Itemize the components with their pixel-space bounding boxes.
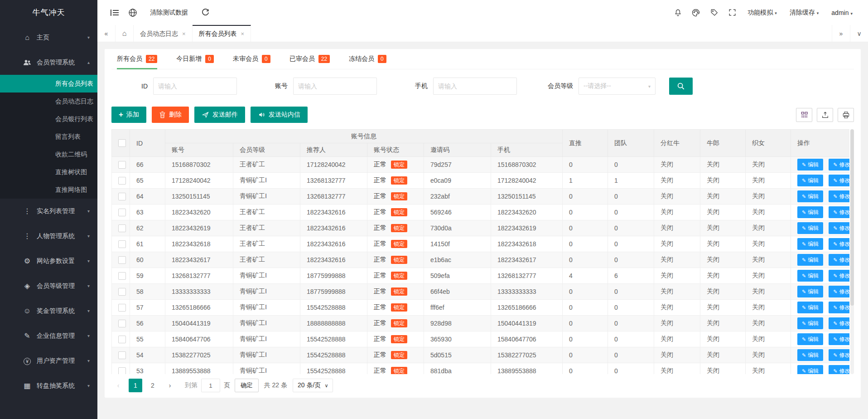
tabs-menu-icon[interactable]: ∨	[850, 25, 868, 42]
lock-badge[interactable]: 锁定	[391, 335, 407, 343]
row-checkbox[interactable]	[118, 240, 126, 248]
lock-badge[interactable]: 锁定	[391, 208, 407, 216]
edit-button[interactable]: ✎编辑	[797, 286, 823, 297]
row-checkbox[interactable]	[118, 320, 126, 327]
lock-badge[interactable]: 锁定	[391, 367, 407, 374]
sidebar-item-member-banks[interactable]: 会员银行列表	[0, 110, 97, 128]
lock-badge[interactable]: 锁定	[391, 319, 407, 327]
row-checkbox[interactable]	[118, 209, 126, 216]
close-icon[interactable]: ×	[241, 30, 245, 37]
phone-input[interactable]	[433, 78, 517, 95]
change-level-button[interactable]: ✎修改等级	[829, 222, 849, 234]
send-mail-button[interactable]: 发送邮件	[194, 107, 245, 123]
change-level-button[interactable]: ✎修改等级	[829, 238, 849, 250]
tab-all-members[interactable]: 所有会员列表 ×	[193, 25, 251, 42]
change-level-button[interactable]: ✎修改等级	[829, 317, 849, 329]
sidebar-item-member-levels[interactable]: ◈ 会员等级管理 ▾	[0, 273, 97, 298]
close-icon[interactable]: ×	[182, 30, 186, 37]
delete-button[interactable]: 删除	[152, 107, 189, 123]
edit-button[interactable]: ✎编辑	[797, 302, 823, 313]
sidebar-item-referral-network[interactable]: 直推网络图	[0, 181, 97, 199]
search-button[interactable]	[669, 78, 693, 95]
edit-button[interactable]: ✎编辑	[797, 190, 823, 202]
change-level-button[interactable]: ✎修改等级	[829, 302, 849, 313]
send-message-button[interactable]: 发送站内信	[251, 107, 308, 123]
edit-button[interactable]: ✎编辑	[797, 206, 823, 218]
row-checkbox[interactable]	[118, 177, 126, 185]
row-checkbox[interactable]	[118, 336, 126, 343]
edit-button[interactable]: ✎编辑	[797, 254, 823, 266]
sidebar-item-realname-list[interactable]: ⋮ 实名列表管理 ▾	[0, 199, 97, 224]
print-button[interactable]	[838, 108, 854, 122]
lock-badge[interactable]: 锁定	[391, 287, 407, 296]
row-checkbox[interactable]	[118, 288, 126, 296]
lock-badge[interactable]: 锁定	[391, 240, 407, 248]
sidebar-item-user-assets[interactable]: ¥ 用户资产管理 ▾	[0, 348, 97, 373]
sidebar-item-site-settings[interactable]: ⚙ 网站参数设置 ▾	[0, 248, 97, 273]
change-level-button[interactable]: ✎修改等级	[829, 254, 849, 266]
fullscreen-icon[interactable]	[723, 0, 741, 25]
lock-badge[interactable]: 锁定	[391, 351, 407, 359]
change-level-button[interactable]: ✎修改等级	[829, 286, 849, 297]
clear-cache-dropdown[interactable]: 清除缓存▾	[783, 9, 825, 17]
tabs-scroll-right-icon[interactable]: »	[832, 25, 850, 42]
function-sim-dropdown[interactable]: 功能模拟▾	[741, 9, 783, 17]
lock-badge[interactable]: 锁定	[391, 192, 407, 200]
refresh-icon[interactable]	[196, 0, 214, 25]
account-input[interactable]	[293, 78, 377, 95]
change-level-button[interactable]: ✎修改等级	[829, 349, 849, 361]
tab-member-logs[interactable]: 会员动态日志 ×	[134, 25, 193, 42]
sidebar-item-payment-qrcode[interactable]: 收款二维码	[0, 146, 97, 163]
edit-button[interactable]: ✎编辑	[797, 317, 823, 329]
export-button[interactable]	[817, 108, 833, 122]
lock-badge[interactable]: 锁定	[391, 256, 407, 264]
lock-badge[interactable]: 锁定	[391, 224, 407, 232]
filter-tab[interactable]: 今日新增 0	[176, 49, 214, 69]
sidebar-item-company-info[interactable]: ✎ 企业信息管理 ▾	[0, 323, 97, 348]
edit-button[interactable]: ✎编辑	[797, 159, 823, 171]
prev-page-icon[interactable]: ‹	[111, 379, 125, 392]
sidebar-item-people-management[interactable]: ⋮ 人物管理系统 ▾	[0, 224, 97, 248]
row-checkbox[interactable]	[118, 304, 126, 312]
change-level-button[interactable]: ✎修改等级	[829, 270, 849, 282]
goto-page-input[interactable]	[201, 379, 220, 392]
row-checkbox[interactable]	[118, 367, 126, 375]
sidebar-fold-icon[interactable]	[106, 0, 124, 25]
filter-tab[interactable]: 所有会员 22	[117, 49, 157, 69]
row-checkbox[interactable]	[118, 256, 126, 264]
sidebar-item-member-management[interactable]: 会员管理系统 ▴	[0, 50, 97, 75]
id-input[interactable]	[153, 78, 237, 95]
tabs-scroll-left-icon[interactable]: «	[97, 25, 116, 42]
globe-icon[interactable]	[124, 0, 142, 25]
tag-icon[interactable]	[705, 0, 723, 25]
sidebar-item-member-logs[interactable]: 会员动态日志	[0, 93, 97, 110]
filter-tab[interactable]: 已审会员 22	[289, 49, 330, 69]
filter-tab[interactable]: 冻结会员 0	[349, 49, 386, 69]
change-level-button[interactable]: ✎修改等级	[829, 206, 849, 218]
level-select[interactable]: --请选择-- ▾	[579, 78, 656, 95]
sidebar-item-referral-tree[interactable]: 直推树状图	[0, 163, 97, 181]
sidebar-item-home[interactable]: ⌂ 主页 ▾	[0, 25, 97, 50]
sidebar-item-bonus-management[interactable]: ☺ 奖金管理系统 ▾	[0, 298, 97, 323]
row-checkbox[interactable]	[118, 224, 126, 232]
edit-button[interactable]: ✎编辑	[797, 222, 823, 234]
edit-button[interactable]: ✎编辑	[797, 333, 823, 345]
page-size-select[interactable]: 20 条/页 ∨	[293, 379, 333, 392]
column-settings-button[interactable]	[796, 108, 812, 122]
home-tab[interactable]: ⌂	[116, 25, 134, 42]
change-level-button[interactable]: ✎修改等级	[829, 333, 849, 345]
lock-badge[interactable]: 锁定	[391, 303, 407, 312]
sidebar-item-lottery-system[interactable]: ▦ 转盘抽奖系统 ▾	[0, 373, 97, 398]
bell-icon[interactable]	[669, 0, 687, 25]
edit-button[interactable]: ✎编辑	[797, 349, 823, 361]
user-dropdown[interactable]: admin▾	[825, 9, 859, 16]
edit-button[interactable]: ✎编辑	[797, 270, 823, 282]
change-level-button[interactable]: ✎修改等级	[829, 175, 849, 186]
lock-badge[interactable]: 锁定	[391, 176, 407, 185]
goto-confirm-button[interactable]: 确定	[235, 379, 259, 392]
select-all-checkbox[interactable]	[118, 139, 126, 147]
change-level-button[interactable]: ✎修改等级	[829, 365, 849, 374]
lock-badge[interactable]: 锁定	[391, 272, 407, 280]
edit-button[interactable]: ✎编辑	[797, 365, 823, 374]
next-page-icon[interactable]: ›	[163, 379, 177, 392]
